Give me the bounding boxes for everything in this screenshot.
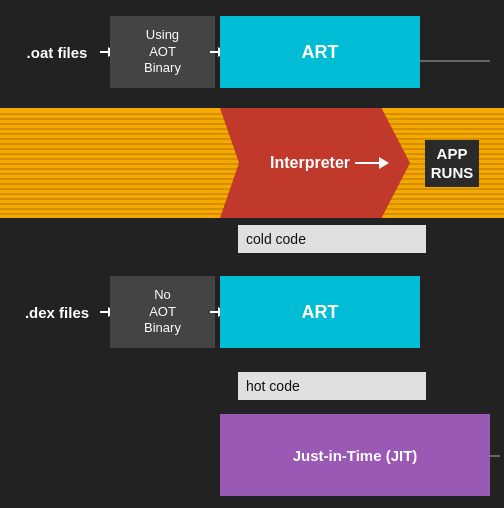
no-aot-box: No AOT Binary (110, 276, 215, 348)
arrow-line4 (210, 311, 218, 313)
top-right-connector (420, 60, 490, 62)
cold-code-text: cold code (246, 231, 306, 247)
using-aot-label: Using AOT Binary (144, 27, 181, 78)
middle-section: Interpreter APP RUNS (0, 108, 504, 218)
hot-code-text: hot code (246, 378, 300, 394)
top-section: .oat files Using AOT Binary ART (0, 8, 504, 96)
oat-files-label: .oat files (12, 44, 102, 61)
art-box-bottom: ART (220, 276, 420, 348)
interpreter-label: Interpreter (270, 154, 350, 172)
interp-arrow-head (379, 157, 389, 169)
no-aot-label: No AOT Binary (144, 287, 181, 338)
arrow-line2 (210, 51, 218, 53)
jit-right-line (490, 455, 500, 457)
interp-arrow-line (355, 162, 379, 164)
hot-code-label: hot code (238, 372, 426, 400)
app-runs-box: APP RUNS (400, 108, 504, 218)
app-runs-text: APP RUNS (425, 140, 480, 187)
diagram-container: .oat files Using AOT Binary ART (0, 0, 504, 508)
art-box-top: ART (220, 16, 420, 88)
arrow-line (100, 51, 108, 53)
jit-section: Just-in-Time (JIT) (220, 414, 490, 496)
interpreter-arrow (355, 157, 395, 169)
arrow-line3 (100, 311, 108, 313)
art-top-label: ART (302, 42, 339, 63)
bottom-section: .dex files No AOT Binary ART (0, 262, 504, 362)
dex-files-label: .dex files (12, 304, 102, 321)
app-runs-line2: RUNS (431, 164, 474, 181)
art-bottom-label: ART (302, 302, 339, 323)
using-aot-box: Using AOT Binary (110, 16, 215, 88)
app-runs-line1: APP (437, 145, 468, 162)
jit-label: Just-in-Time (JIT) (293, 447, 418, 464)
cold-code-label: cold code (238, 225, 426, 253)
